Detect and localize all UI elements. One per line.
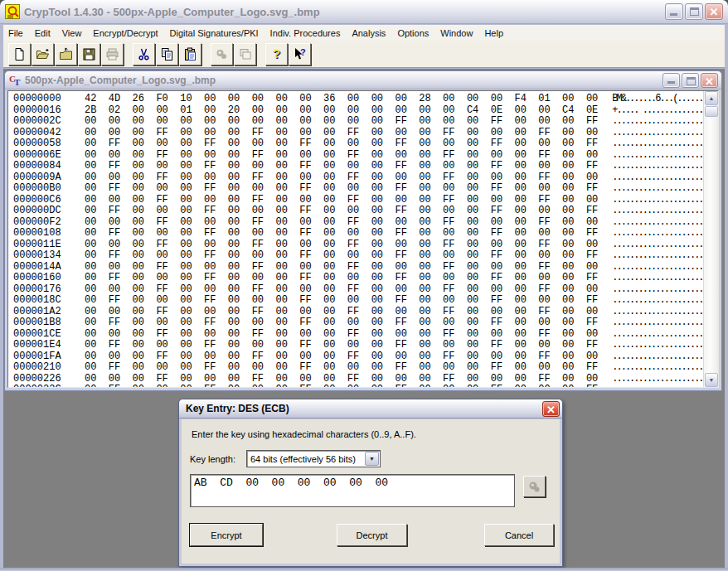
save-file-button[interactable] (78, 43, 100, 65)
hex-ascii: ...................... (612, 284, 703, 296)
scrollbar-thumb[interactable] (705, 106, 718, 117)
hex-ascii: BM&.......6...(....... (612, 94, 703, 105)
toolbar: ? ? ? (2, 41, 726, 68)
hex-ascii: ...................... (612, 128, 703, 139)
minimize-icon (670, 13, 677, 16)
key-entry-dialog: Key Entry: DES (ECB) ✕ Enter the key usi… (178, 399, 563, 567)
menu-bar: FileEditViewEncrypt/DecryptDigital Signa… (2, 25, 726, 41)
paste-button[interactable] (179, 43, 201, 65)
key-input[interactable]: AB CD 00 00 00 00 00 00 (190, 474, 515, 507)
hex-addr: 000001B8 (13, 317, 63, 329)
cryptool-doc-icon: C T (8, 74, 22, 87)
copy-icon (160, 47, 174, 61)
close-file-button[interactable] (55, 43, 77, 65)
hex-dump[interactable]: 0000000042 4D 26 F0 10 00 00 00 00 00 36… (8, 91, 703, 387)
hex-row: 0000013400 FF 00 00 00 FF 00 00 00 FF 00… (13, 250, 703, 262)
hex-addr: 0000006E (13, 150, 63, 162)
help-button[interactable]: ? ? (265, 43, 288, 65)
open-file-button[interactable] (32, 43, 54, 65)
hex-addr: 000000C6 (13, 195, 63, 206)
hex-ascii: ...................... (612, 295, 703, 307)
menu-help[interactable]: Help (478, 27, 509, 40)
hex-row: 0000009A00 00 00 FF 00 00 00 FF 00 00 00… (13, 172, 703, 184)
hex-addr: 00000160 (13, 273, 63, 284)
decrypt-button[interactable]: Decrypt (337, 524, 407, 546)
menu-edit[interactable]: Edit (29, 27, 56, 40)
hex-addr: 00000134 (13, 250, 63, 262)
maximize-icon (690, 7, 699, 16)
document-titlebar[interactable]: C T 500px-Apple_Computer_Logo.svg_.bmp ✕ (5, 71, 721, 90)
hex-hex: 00 00 00 FF 00 00 00 FF 00 00 00 FF 00 0… (85, 172, 598, 184)
hex-ascii: ...................... (612, 195, 703, 206)
scroll-up-button[interactable]: ▲ (705, 91, 718, 105)
hex-row: 0000010800 FF 00 00 00 FF 00 00 00 FF 00… (13, 228, 703, 240)
chevron-down-icon[interactable]: ▼ (365, 452, 379, 466)
new-file-button[interactable] (8, 43, 31, 65)
svg-text:?: ? (273, 47, 280, 60)
minimize-button[interactable] (665, 3, 683, 20)
hex-ascii: ...................... (612, 172, 703, 184)
encrypt-button[interactable]: Encrypt (190, 524, 263, 546)
hex-hex: 00 00 00 FF 00 00 00 FF 00 00 00 FF 00 0… (85, 374, 598, 385)
show-key-button[interactable] (523, 476, 546, 497)
menu-view[interactable]: View (56, 27, 88, 40)
vertical-scrollbar[interactable]: ▲ ▼ (703, 91, 718, 387)
hex-hex: 00 FF 00 00 00 FF 00 00 00 FF 00 00 00 F… (85, 273, 598, 284)
hex-row: 000001B800 FF 00 00 00 FF 00 00 00 FF 00… (13, 317, 703, 329)
menu-encrypt-decrypt[interactable]: Encrypt/Decrypt (87, 27, 163, 40)
cut-button[interactable] (133, 43, 155, 65)
window-border-bottom (0, 568, 728, 571)
doc-close-button[interactable]: ✕ (701, 73, 718, 88)
menu-file[interactable]: File (2, 27, 29, 40)
menu-indiv-procedures[interactable]: Indiv. Procedures (265, 27, 347, 40)
key-instruction: Enter the key using hexadecimal characte… (192, 429, 416, 439)
copy-button[interactable] (156, 43, 178, 65)
hex-ascii: ...................... (612, 240, 703, 251)
hex-row: 000000F200 00 00 FF 00 00 00 FF 00 00 00… (13, 217, 703, 229)
hex-addr: 000000DC (13, 206, 63, 217)
dialog-close-button[interactable]: ✕ (542, 401, 560, 417)
hex-hex: 00 00 00 FF 00 00 00 FF 00 00 00 FF 00 0… (85, 195, 598, 206)
close-icon: ✕ (701, 75, 717, 89)
hex-row: 000000C600 00 00 FF 00 00 00 FF 00 00 00… (13, 195, 703, 206)
hex-ascii: ...................... (612, 329, 703, 341)
hex-row: 0000006E00 00 00 FF 00 00 00 FF 00 00 00… (13, 150, 703, 162)
menu-window[interactable]: Window (434, 27, 478, 40)
context-help-button[interactable]: ? (289, 43, 311, 65)
menu-analysis[interactable]: Analysis (346, 27, 391, 40)
hex-addr: 000001FA (13, 351, 63, 363)
hex-addr: 0000023C (13, 385, 63, 387)
cancel-button[interactable]: Cancel (484, 524, 554, 546)
hex-addr: 00000084 (13, 161, 63, 172)
hex-hex: 00 00 00 FF 00 00 00 FF 00 00 00 FF 00 0… (85, 240, 598, 251)
toolbar-separator (257, 43, 265, 65)
hex-ascii: ...................... (612, 351, 703, 363)
hex-addr: 000001E4 (13, 340, 63, 351)
toolbar-separator (202, 43, 211, 65)
hex-addr: 00000176 (13, 284, 63, 296)
dialog-titlebar[interactable]: Key Entry: DES (ECB) ✕ (179, 399, 562, 419)
hex-ascii: ...................... (612, 307, 703, 318)
doc-maximize-button[interactable] (682, 73, 699, 88)
new-file-icon (12, 47, 27, 61)
open-file-icon (36, 47, 50, 61)
minimize-icon (667, 81, 675, 84)
context-help-icon: ? (293, 47, 307, 61)
print-icon (105, 47, 119, 61)
hex-row: 000000DC00 FF 00 00 00 FF 00 00 00 FF 00… (13, 206, 703, 217)
main-titlebar[interactable]: CrypTool 1.4.30 - 500px-Apple_Computer_L… (0, 0, 728, 24)
key-length-select[interactable]: 64 bits (effectively 56 bits) ▼ (246, 450, 381, 467)
doc-minimize-button[interactable] (662, 73, 680, 88)
hex-addr: 0000014A (13, 262, 63, 273)
hex-hex: 00 00 00 FF 00 00 00 FF 00 00 00 FF 00 0… (85, 262, 598, 273)
menu-digital-signatures-pki[interactable]: Digital Signatures/PKI (164, 27, 265, 40)
scroll-down-button[interactable]: ▼ (705, 373, 718, 387)
hex-addr: 00000016 (13, 105, 63, 117)
help-icon: ? ? (269, 47, 284, 61)
maximize-button[interactable] (685, 3, 703, 20)
close-button[interactable]: ✕ (705, 3, 723, 20)
hex-hex: 00 FF 00 00 00 FF 00 00 00 FF 00 00 00 F… (85, 340, 598, 351)
menu-options[interactable]: Options (391, 27, 434, 40)
hex-ascii: ...................... (612, 273, 703, 284)
hex-hex: 00 FF 00 00 00 FF 00 00 00 FF 00 00 00 F… (85, 317, 598, 329)
